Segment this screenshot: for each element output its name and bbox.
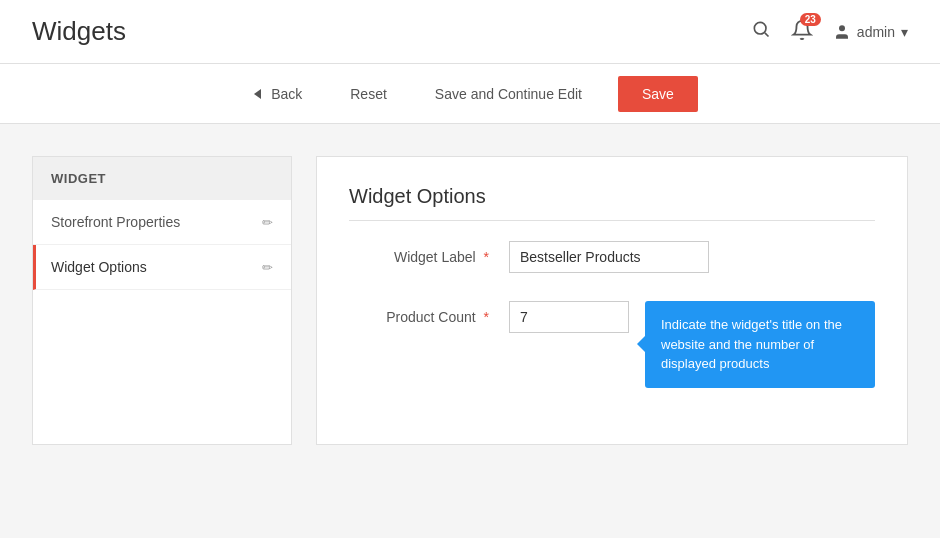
svg-line-1 [765, 33, 769, 37]
reset-button[interactable]: Reset [338, 78, 399, 110]
search-icon[interactable] [751, 19, 771, 44]
arrow-left-icon [254, 89, 261, 99]
svg-point-0 [754, 22, 766, 34]
user-icon [833, 23, 851, 41]
sidebar-header: WIDGET [33, 157, 291, 200]
edit-icon[interactable]: ✏ [262, 260, 273, 275]
tooltip-box: Indicate the widget's title on the websi… [645, 301, 875, 388]
edit-icon[interactable]: ✏ [262, 215, 273, 230]
sidebar-item-label: Widget Options [51, 259, 147, 275]
widget-label-row: Widget Label * [349, 241, 875, 273]
widget-label-label: Widget Label * [349, 241, 509, 265]
sidebar: WIDGET Storefront Properties ✏ Widget Op… [32, 156, 292, 445]
page-title: Widgets [32, 16, 126, 47]
sidebar-item-widget-options[interactable]: Widget Options ✏ [33, 245, 291, 290]
admin-menu[interactable]: admin ▾ [833, 23, 908, 41]
back-button[interactable]: Back [242, 78, 314, 110]
notifications-bell[interactable]: 23 [791, 19, 813, 44]
admin-label: admin [857, 24, 895, 40]
chevron-down-icon: ▾ [901, 24, 908, 40]
action-bar: Back Reset Save and Continue Edit Save [0, 64, 940, 124]
product-count-input[interactable] [509, 301, 629, 333]
notification-count: 23 [800, 13, 821, 26]
widget-panel: Widget Options Widget Label * Product Co… [316, 156, 908, 445]
main-content: WIDGET Storefront Properties ✏ Widget Op… [0, 124, 940, 477]
product-count-row: Product Count * Indicate the widget's ti… [349, 301, 875, 388]
product-count-label: Product Count * [349, 301, 509, 325]
save-continue-button[interactable]: Save and Continue Edit [423, 78, 594, 110]
sidebar-item-label: Storefront Properties [51, 214, 180, 230]
required-star: * [484, 309, 489, 325]
svg-point-2 [839, 25, 845, 31]
required-star: * [484, 249, 489, 265]
topbar: Widgets 23 admin ▾ [0, 0, 940, 64]
widget-label-input[interactable] [509, 241, 709, 273]
sidebar-item-storefront[interactable]: Storefront Properties ✏ [33, 200, 291, 245]
topbar-actions: 23 admin ▾ [751, 19, 908, 44]
panel-title: Widget Options [349, 185, 875, 221]
save-button[interactable]: Save [618, 76, 698, 112]
